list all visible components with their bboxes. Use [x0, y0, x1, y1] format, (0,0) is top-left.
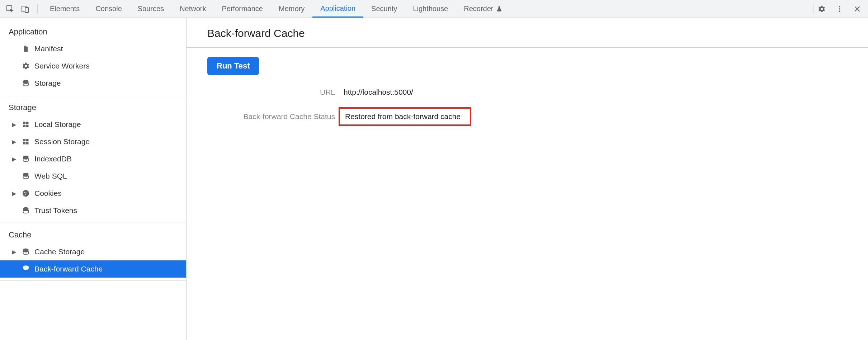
tab-memory[interactable]: Memory: [271, 0, 312, 18]
sidebar-item-manifest[interactable]: ▶Manifest: [0, 40, 186, 57]
divider: [37, 4, 38, 14]
bfcache-status-value: Restored from back-forward cache: [339, 107, 471, 126]
info-row: Back-forward Cache StatusRestored from b…: [207, 107, 868, 126]
svg-point-4: [839, 8, 840, 10]
content-panel: Back-forward Cache Run Test URLhttp://lo…: [187, 18, 868, 340]
svg-rect-9: [23, 122, 26, 124]
svg-point-3: [839, 6, 840, 7]
sidebar-item-trust-tokens[interactable]: ▶Trust Tokens: [0, 202, 186, 219]
device-toolbar-icon[interactable]: [21, 5, 29, 13]
sidebar-item-local-storage[interactable]: ▶Local Storage: [0, 116, 186, 133]
file-icon: [21, 45, 31, 53]
svg-rect-16: [26, 142, 29, 145]
run-test-button[interactable]: Run Test: [207, 57, 259, 75]
tab-label: Performance: [222, 5, 263, 13]
flask-icon: [496, 6, 503, 12]
tab-performance[interactable]: Performance: [214, 0, 271, 18]
inspect-element-icon[interactable]: [6, 5, 14, 13]
tab-label: Application: [320, 4, 355, 13]
tab-console[interactable]: Console: [88, 0, 129, 18]
close-icon[interactable]: [854, 5, 861, 13]
sidebar-item-label: Storage: [34, 79, 61, 88]
info-label: Back-forward Cache Status: [207, 112, 344, 121]
grid-icon: [21, 138, 31, 145]
sidebar-item-label: Service Workers: [34, 62, 90, 70]
sidebar-item-session-storage[interactable]: ▶Session Storage: [0, 133, 186, 150]
tab-label: Memory: [279, 5, 305, 13]
sidebar-item-web-sql[interactable]: ▶Web SQL: [0, 167, 186, 185]
tab-sources[interactable]: Sources: [130, 0, 172, 18]
panel-title: Back-forward Cache: [187, 18, 868, 48]
tab-label: Recorder: [464, 5, 493, 13]
svg-rect-10: [26, 122, 29, 124]
tab-elements[interactable]: Elements: [42, 0, 88, 18]
tab-application[interactable]: Application: [312, 0, 363, 18]
expand-arrow-icon[interactable]: ▶: [11, 156, 17, 162]
divider: [813, 4, 813, 14]
sidebar-item-cache-storage[interactable]: ▶Cache Storage: [0, 243, 186, 260]
tab-lighthouse[interactable]: Lighthouse: [405, 0, 456, 18]
sidebar-item-label: Manifest: [34, 44, 63, 53]
grid-icon: [21, 121, 31, 128]
sidebar-item-label: Local Storage: [34, 120, 81, 129]
db-icon: [21, 207, 31, 214]
sidebar-item-label: Cookies: [34, 189, 62, 198]
group-separator: [0, 95, 186, 95]
cookie-icon: [21, 189, 31, 197]
db-icon: [21, 265, 31, 273]
sidebar-group-title: Storage: [0, 98, 186, 116]
svg-point-20: [24, 192, 25, 193]
info-label: URL: [207, 88, 344, 96]
db-icon: [21, 172, 31, 180]
sidebar-item-service-workers[interactable]: ▶Service Workers: [0, 57, 186, 75]
sidebar-item-cookies[interactable]: ▶Cookies: [0, 185, 186, 202]
settings-gear-icon[interactable]: [818, 5, 826, 13]
tab-label: Network: [180, 5, 206, 13]
db-icon: [21, 155, 31, 163]
info-value: http://localhost:5000/: [344, 88, 413, 96]
svg-rect-2: [25, 8, 28, 13]
tab-security[interactable]: Security: [363, 0, 405, 18]
tab-recorder[interactable]: Recorder: [456, 0, 510, 18]
sidebar-item-label: Back-forward Cache: [34, 265, 103, 273]
sidebar-item-label: Session Storage: [34, 137, 90, 146]
sidebar-item-label: Trust Tokens: [34, 206, 77, 215]
group-separator: [0, 222, 186, 222]
devtools-tabbar: ElementsConsoleSourcesNetworkPerformance…: [0, 0, 868, 18]
sidebar-group-title: Cache: [0, 225, 186, 243]
gear-icon: [21, 62, 31, 70]
tab-label: Security: [371, 5, 397, 13]
tab-label: Lighthouse: [413, 5, 448, 13]
sidebar-item-storage[interactable]: ▶Storage: [0, 75, 186, 92]
tab-label: Sources: [138, 5, 164, 13]
svg-point-19: [23, 190, 29, 197]
expand-arrow-icon[interactable]: ▶: [11, 121, 17, 128]
tab-label: Console: [95, 5, 122, 13]
db-icon: [21, 79, 31, 87]
svg-rect-11: [23, 125, 26, 127]
svg-rect-14: [26, 139, 29, 142]
svg-rect-13: [23, 139, 26, 142]
sidebar-item-label: Web SQL: [34, 172, 67, 180]
group-separator: [0, 280, 186, 281]
tab-network[interactable]: Network: [172, 0, 214, 18]
svg-point-21: [26, 193, 27, 194]
svg-rect-12: [26, 125, 29, 127]
sidebar-item-back-forward-cache[interactable]: ▶Back-forward Cache: [0, 260, 186, 278]
sidebar-item-label: IndexedDB: [34, 155, 72, 163]
sidebar-group-title: Application: [0, 22, 186, 40]
expand-arrow-icon[interactable]: ▶: [11, 190, 17, 197]
application-sidebar: Application▶Manifest▶Service Workers▶Sto…: [0, 18, 187, 340]
svg-rect-15: [23, 142, 26, 145]
info-row: URLhttp://localhost:5000/: [207, 88, 868, 96]
tab-label: Elements: [50, 5, 80, 13]
expand-arrow-icon[interactable]: ▶: [11, 138, 17, 145]
db-icon: [21, 248, 31, 256]
svg-point-5: [839, 10, 840, 12]
sidebar-item-label: Cache Storage: [34, 247, 85, 256]
more-vert-icon[interactable]: [836, 5, 844, 13]
sidebar-item-indexeddb[interactable]: ▶IndexedDB: [0, 150, 186, 167]
expand-arrow-icon[interactable]: ▶: [11, 249, 17, 255]
svg-point-22: [25, 194, 26, 195]
